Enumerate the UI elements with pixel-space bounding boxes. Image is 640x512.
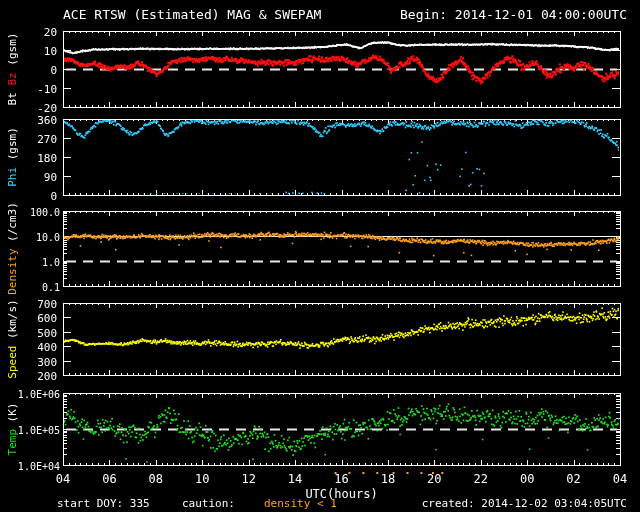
caution-value: density < 1 xyxy=(264,497,337,510)
begin-timestamp: Begin: 2014-12-01 04:00:00UTC xyxy=(400,7,627,22)
chart-canvas xyxy=(0,0,640,512)
caution-label: caution: xyxy=(182,497,235,510)
ace-rtsw-plot-window: ACE RTSW (Estimated) MAG & SWEPAM Begin:… xyxy=(0,0,640,512)
created-timestamp: created: 2014-12-02 03:04:05UTC xyxy=(422,497,627,510)
page-title: ACE RTSW (Estimated) MAG & SWEPAM xyxy=(63,7,321,22)
start-doy-label: start DOY: 335 xyxy=(57,497,150,510)
